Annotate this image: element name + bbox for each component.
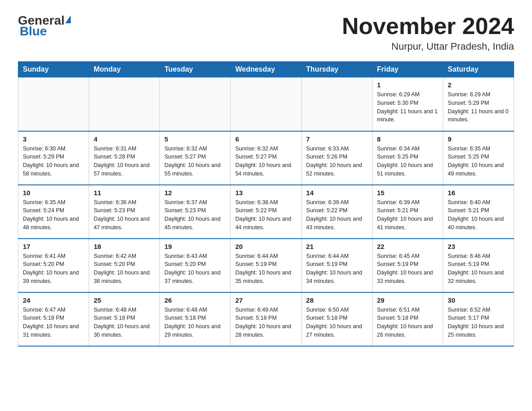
day-info: Sunrise: 6:40 AM Sunset: 5:21 PM Dayligh… xyxy=(448,198,509,232)
day-info: Sunrise: 6:48 AM Sunset: 5:18 PM Dayligh… xyxy=(94,306,155,339)
calendar-cell xyxy=(18,77,89,131)
day-header-sunday: Sunday xyxy=(18,62,89,77)
day-info: Sunrise: 6:32 AM Sunset: 5:27 PM Dayligh… xyxy=(164,145,226,178)
day-info: Sunrise: 6:35 AM Sunset: 5:25 PM Dayligh… xyxy=(448,145,509,178)
calendar-cell: 18Sunrise: 6:42 AM Sunset: 5:20 PM Dayli… xyxy=(89,239,160,292)
calendar-cell: 19Sunrise: 6:43 AM Sunset: 5:20 PM Dayli… xyxy=(160,239,231,292)
day-number: 11 xyxy=(94,189,155,197)
day-info: Sunrise: 6:49 AM Sunset: 5:18 PM Dayligh… xyxy=(235,306,296,339)
day-number: 27 xyxy=(235,296,296,304)
calendar-header-row: SundayMondayTuesdayWednesdayThursdayFrid… xyxy=(18,62,514,77)
day-number: 9 xyxy=(448,135,509,143)
calendar-cell: 16Sunrise: 6:40 AM Sunset: 5:21 PM Dayli… xyxy=(443,185,514,239)
calendar-cell: 6Sunrise: 6:32 AM Sunset: 5:27 PM Daylig… xyxy=(231,131,301,185)
calendar-cell: 23Sunrise: 6:46 AM Sunset: 5:19 PM Dayli… xyxy=(443,239,514,292)
calendar-cell: 22Sunrise: 6:45 AM Sunset: 5:19 PM Dayli… xyxy=(372,239,443,292)
calendar-cell: 9Sunrise: 6:35 AM Sunset: 5:25 PM Daylig… xyxy=(443,131,514,185)
day-number: 17 xyxy=(23,243,84,250)
calendar-cell: 12Sunrise: 6:37 AM Sunset: 5:23 PM Dayli… xyxy=(160,185,231,239)
location-title: Nurpur, Uttar Pradesh, India xyxy=(342,41,514,52)
day-info: Sunrise: 6:46 AM Sunset: 5:19 PM Dayligh… xyxy=(448,252,509,286)
day-number: 25 xyxy=(94,296,155,304)
day-header-monday: Monday xyxy=(89,62,160,77)
day-number: 2 xyxy=(448,81,509,89)
logo-blue-text: Blue xyxy=(20,24,47,39)
day-number: 29 xyxy=(377,296,438,304)
calendar-cell: 28Sunrise: 6:50 AM Sunset: 5:18 PM Dayli… xyxy=(301,292,372,346)
calendar-cell xyxy=(160,77,231,131)
calendar-week-row: 3Sunrise: 6:30 AM Sunset: 5:29 PM Daylig… xyxy=(18,131,514,185)
calendar-cell: 2Sunrise: 6:29 AM Sunset: 5:29 PM Daylig… xyxy=(443,77,514,131)
day-info: Sunrise: 6:37 AM Sunset: 5:23 PM Dayligh… xyxy=(164,198,226,232)
day-info: Sunrise: 6:41 AM Sunset: 5:20 PM Dayligh… xyxy=(23,252,84,286)
day-number: 6 xyxy=(235,135,296,143)
calendar-cell: 26Sunrise: 6:48 AM Sunset: 5:18 PM Dayli… xyxy=(160,292,231,346)
day-number: 23 xyxy=(448,243,509,250)
day-header-wednesday: Wednesday xyxy=(231,62,301,77)
day-number: 16 xyxy=(448,189,509,197)
day-number: 30 xyxy=(448,296,509,304)
day-info: Sunrise: 6:31 AM Sunset: 5:28 PM Dayligh… xyxy=(94,145,155,178)
calendar-cell: 30Sunrise: 6:52 AM Sunset: 5:17 PM Dayli… xyxy=(443,292,514,346)
logo: General Blue xyxy=(18,13,71,39)
month-title: November 2024 xyxy=(342,13,514,39)
calendar-week-row: 10Sunrise: 6:35 AM Sunset: 5:24 PM Dayli… xyxy=(18,185,514,239)
calendar-cell: 21Sunrise: 6:44 AM Sunset: 5:19 PM Dayli… xyxy=(301,239,372,292)
day-number: 8 xyxy=(377,135,438,143)
calendar-cell: 17Sunrise: 6:41 AM Sunset: 5:20 PM Dayli… xyxy=(18,239,89,292)
day-number: 14 xyxy=(306,189,368,197)
day-info: Sunrise: 6:29 AM Sunset: 5:30 PM Dayligh… xyxy=(377,90,438,124)
day-info: Sunrise: 6:38 AM Sunset: 5:22 PM Dayligh… xyxy=(235,198,296,232)
day-header-saturday: Saturday xyxy=(443,62,514,77)
day-info: Sunrise: 6:29 AM Sunset: 5:29 PM Dayligh… xyxy=(448,90,509,124)
calendar-cell: 1Sunrise: 6:29 AM Sunset: 5:30 PM Daylig… xyxy=(372,77,443,131)
day-header-thursday: Thursday xyxy=(301,62,372,77)
day-info: Sunrise: 6:44 AM Sunset: 5:19 PM Dayligh… xyxy=(306,252,368,286)
day-number: 22 xyxy=(377,243,438,250)
calendar-table: SundayMondayTuesdayWednesdayThursdayFrid… xyxy=(18,61,514,347)
calendar-cell: 20Sunrise: 6:44 AM Sunset: 5:19 PM Dayli… xyxy=(231,239,301,292)
calendar-cell xyxy=(301,77,372,131)
page-header: General Blue November 2024 Nurpur, Uttar… xyxy=(18,13,514,52)
day-info: Sunrise: 6:42 AM Sunset: 5:20 PM Dayligh… xyxy=(94,252,155,286)
day-header-friday: Friday xyxy=(372,62,443,77)
calendar-cell: 13Sunrise: 6:38 AM Sunset: 5:22 PM Dayli… xyxy=(231,185,301,239)
calendar-cell: 3Sunrise: 6:30 AM Sunset: 5:29 PM Daylig… xyxy=(18,131,89,185)
day-number: 3 xyxy=(23,135,84,143)
title-area: November 2024 Nurpur, Uttar Pradesh, Ind… xyxy=(342,13,514,52)
calendar-cell: 25Sunrise: 6:48 AM Sunset: 5:18 PM Dayli… xyxy=(89,292,160,346)
day-number: 20 xyxy=(235,243,296,250)
day-number: 7 xyxy=(306,135,368,143)
day-number: 18 xyxy=(94,243,155,250)
day-info: Sunrise: 6:52 AM Sunset: 5:17 PM Dayligh… xyxy=(448,306,509,339)
calendar-cell: 14Sunrise: 6:39 AM Sunset: 5:22 PM Dayli… xyxy=(301,185,372,239)
day-header-tuesday: Tuesday xyxy=(160,62,231,77)
day-number: 10 xyxy=(23,189,84,197)
day-number: 24 xyxy=(23,296,84,304)
calendar-week-row: 1Sunrise: 6:29 AM Sunset: 5:30 PM Daylig… xyxy=(18,77,514,131)
day-number: 1 xyxy=(377,81,438,89)
day-info: Sunrise: 6:48 AM Sunset: 5:18 PM Dayligh… xyxy=(164,306,226,339)
day-number: 15 xyxy=(377,189,438,197)
day-number: 28 xyxy=(306,296,368,304)
day-info: Sunrise: 6:30 AM Sunset: 5:29 PM Dayligh… xyxy=(23,145,84,178)
calendar-cell xyxy=(89,77,160,131)
day-info: Sunrise: 6:32 AM Sunset: 5:27 PM Dayligh… xyxy=(235,145,296,178)
calendar-cell: 4Sunrise: 6:31 AM Sunset: 5:28 PM Daylig… xyxy=(89,131,160,185)
calendar-week-row: 24Sunrise: 6:47 AM Sunset: 5:18 PM Dayli… xyxy=(18,292,514,346)
day-number: 21 xyxy=(306,243,368,250)
day-number: 19 xyxy=(164,243,226,250)
calendar-cell: 11Sunrise: 6:36 AM Sunset: 5:23 PM Dayli… xyxy=(89,185,160,239)
day-info: Sunrise: 6:43 AM Sunset: 5:20 PM Dayligh… xyxy=(164,252,226,286)
calendar-cell: 10Sunrise: 6:35 AM Sunset: 5:24 PM Dayli… xyxy=(18,185,89,239)
day-number: 13 xyxy=(235,189,296,197)
day-number: 4 xyxy=(94,135,155,143)
day-info: Sunrise: 6:35 AM Sunset: 5:24 PM Dayligh… xyxy=(23,198,84,232)
calendar-cell: 24Sunrise: 6:47 AM Sunset: 5:18 PM Dayli… xyxy=(18,292,89,346)
day-number: 26 xyxy=(164,296,226,304)
day-info: Sunrise: 6:47 AM Sunset: 5:18 PM Dayligh… xyxy=(23,306,84,339)
logo-triangle-icon xyxy=(65,15,71,23)
day-info: Sunrise: 6:33 AM Sunset: 5:26 PM Dayligh… xyxy=(306,145,368,178)
day-number: 5 xyxy=(164,135,226,143)
day-info: Sunrise: 6:39 AM Sunset: 5:22 PM Dayligh… xyxy=(306,198,368,232)
